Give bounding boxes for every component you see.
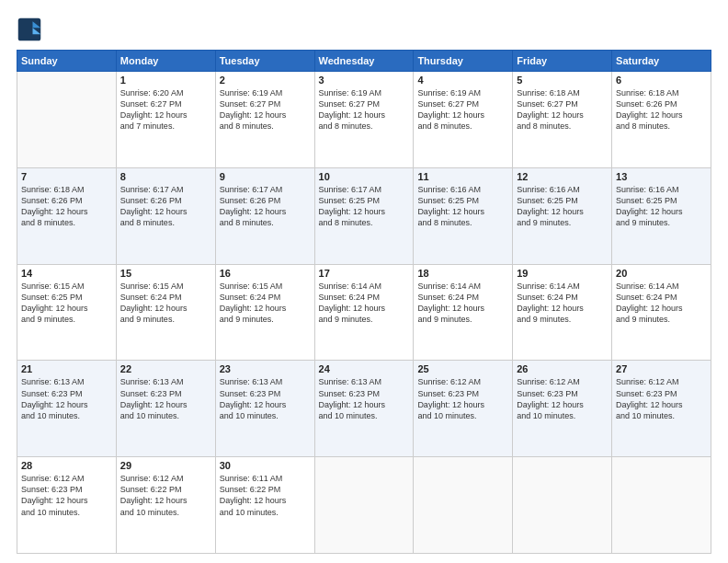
day-number: 1	[120, 75, 211, 86]
header	[17, 17, 711, 42]
day-number: 9	[220, 171, 311, 182]
calendar-cell: 12Sunrise: 6:16 AM Sunset: 6:25 PM Dayli…	[513, 167, 612, 264]
logo-icon	[17, 17, 42, 42]
day-info: Sunrise: 6:19 AM Sunset: 6:27 PM Dayligh…	[319, 87, 410, 132]
calendar-week-row: 21Sunrise: 6:13 AM Sunset: 6:23 PM Dayli…	[17, 361, 711, 457]
day-info: Sunrise: 6:14 AM Sunset: 6:24 PM Dayligh…	[616, 281, 707, 326]
calendar-cell: 20Sunrise: 6:14 AM Sunset: 6:24 PM Dayli…	[612, 264, 711, 361]
day-info: Sunrise: 6:15 AM Sunset: 6:24 PM Dayligh…	[220, 281, 311, 326]
day-number: 14	[21, 268, 112, 279]
day-header-wednesday: Wednesday	[314, 51, 414, 72]
day-info: Sunrise: 6:13 AM Sunset: 6:23 PM Dayligh…	[21, 376, 112, 421]
calendar-cell: 24Sunrise: 6:13 AM Sunset: 6:23 PM Dayli…	[314, 361, 414, 457]
calendar-cell: 5Sunrise: 6:18 AM Sunset: 6:27 PM Daylig…	[513, 72, 612, 168]
calendar-cell: 15Sunrise: 6:15 AM Sunset: 6:24 PM Dayli…	[116, 264, 215, 361]
day-info: Sunrise: 6:15 AM Sunset: 6:24 PM Dayligh…	[120, 281, 211, 326]
calendar-cell: 7Sunrise: 6:18 AM Sunset: 6:26 PM Daylig…	[17, 167, 117, 264]
day-header-tuesday: Tuesday	[215, 51, 314, 72]
calendar-cell: 18Sunrise: 6:14 AM Sunset: 6:24 PM Dayli…	[414, 264, 513, 361]
calendar-cell: 25Sunrise: 6:12 AM Sunset: 6:23 PM Dayli…	[414, 361, 513, 457]
day-number: 12	[517, 171, 608, 182]
calendar-cell: 6Sunrise: 6:18 AM Sunset: 6:26 PM Daylig…	[612, 72, 711, 168]
day-info: Sunrise: 6:12 AM Sunset: 6:23 PM Dayligh…	[616, 376, 707, 421]
day-info: Sunrise: 6:19 AM Sunset: 6:27 PM Dayligh…	[417, 87, 508, 132]
calendar-cell: 11Sunrise: 6:16 AM Sunset: 6:25 PM Dayli…	[414, 167, 513, 264]
calendar-cell: 1Sunrise: 6:20 AM Sunset: 6:27 PM Daylig…	[116, 72, 215, 168]
day-header-saturday: Saturday	[612, 51, 711, 72]
day-info: Sunrise: 6:11 AM Sunset: 6:22 PM Dayligh…	[220, 473, 311, 518]
day-number: 26	[517, 363, 608, 374]
logo	[17, 17, 46, 42]
day-info: Sunrise: 6:15 AM Sunset: 6:25 PM Dayligh…	[21, 281, 112, 326]
day-info: Sunrise: 6:13 AM Sunset: 6:23 PM Dayligh…	[220, 376, 311, 421]
calendar-cell: 30Sunrise: 6:11 AM Sunset: 6:22 PM Dayli…	[215, 457, 314, 554]
calendar-cell: 21Sunrise: 6:13 AM Sunset: 6:23 PM Dayli…	[17, 361, 117, 457]
day-header-sunday: Sunday	[17, 51, 117, 72]
day-info: Sunrise: 6:16 AM Sunset: 6:25 PM Dayligh…	[517, 184, 608, 229]
calendar-cell: 3Sunrise: 6:19 AM Sunset: 6:27 PM Daylig…	[314, 72, 414, 168]
day-info: Sunrise: 6:12 AM Sunset: 6:23 PM Dayligh…	[417, 376, 508, 421]
day-header-thursday: Thursday	[414, 51, 513, 72]
day-number: 2	[220, 75, 311, 86]
calendar-cell: 19Sunrise: 6:14 AM Sunset: 6:24 PM Dayli…	[513, 264, 612, 361]
calendar-cell	[414, 457, 513, 554]
calendar-cell: 16Sunrise: 6:15 AM Sunset: 6:24 PM Dayli…	[215, 264, 314, 361]
calendar-cell: 2Sunrise: 6:19 AM Sunset: 6:27 PM Daylig…	[215, 72, 314, 168]
calendar-cell: 27Sunrise: 6:12 AM Sunset: 6:23 PM Dayli…	[612, 361, 711, 457]
day-info: Sunrise: 6:18 AM Sunset: 6:27 PM Dayligh…	[517, 87, 608, 132]
calendar-cell: 9Sunrise: 6:17 AM Sunset: 6:26 PM Daylig…	[215, 167, 314, 264]
day-info: Sunrise: 6:13 AM Sunset: 6:23 PM Dayligh…	[120, 376, 211, 421]
day-number: 17	[319, 268, 410, 279]
day-info: Sunrise: 6:13 AM Sunset: 6:23 PM Dayligh…	[319, 376, 410, 421]
day-info: Sunrise: 6:17 AM Sunset: 6:26 PM Dayligh…	[220, 184, 311, 229]
calendar-cell: 8Sunrise: 6:17 AM Sunset: 6:26 PM Daylig…	[116, 167, 215, 264]
day-number: 18	[417, 268, 508, 279]
day-info: Sunrise: 6:12 AM Sunset: 6:23 PM Dayligh…	[21, 473, 112, 518]
day-info: Sunrise: 6:12 AM Sunset: 6:22 PM Dayligh…	[120, 473, 211, 518]
day-number: 29	[120, 460, 211, 471]
day-header-monday: Monday	[116, 51, 215, 72]
calendar-week-row: 28Sunrise: 6:12 AM Sunset: 6:23 PM Dayli…	[17, 457, 711, 554]
svg-rect-0	[18, 18, 41, 41]
day-number: 20	[616, 268, 707, 279]
day-number: 13	[616, 171, 707, 182]
day-number: 27	[616, 363, 707, 374]
calendar-cell	[17, 72, 117, 168]
calendar-cell: 10Sunrise: 6:17 AM Sunset: 6:25 PM Dayli…	[314, 167, 414, 264]
day-info: Sunrise: 6:14 AM Sunset: 6:24 PM Dayligh…	[517, 281, 608, 326]
day-number: 28	[21, 460, 112, 471]
calendar-header-row: SundayMondayTuesdayWednesdayThursdayFrid…	[17, 51, 711, 72]
calendar-cell: 17Sunrise: 6:14 AM Sunset: 6:24 PM Dayli…	[314, 264, 414, 361]
calendar-week-row: 14Sunrise: 6:15 AM Sunset: 6:25 PM Dayli…	[17, 264, 711, 361]
calendar-cell: 28Sunrise: 6:12 AM Sunset: 6:23 PM Dayli…	[17, 457, 117, 554]
page: SundayMondayTuesdayWednesdayThursdayFrid…	[0, 0, 728, 563]
day-info: Sunrise: 6:19 AM Sunset: 6:27 PM Dayligh…	[220, 87, 311, 132]
calendar-cell: 22Sunrise: 6:13 AM Sunset: 6:23 PM Dayli…	[116, 361, 215, 457]
day-number: 5	[517, 75, 608, 86]
calendar-cell	[314, 457, 414, 554]
day-number: 30	[220, 460, 311, 471]
day-number: 6	[616, 75, 707, 86]
calendar-cell	[513, 457, 612, 554]
calendar-cell: 14Sunrise: 6:15 AM Sunset: 6:25 PM Dayli…	[17, 264, 117, 361]
calendar-cell	[612, 457, 711, 554]
day-info: Sunrise: 6:14 AM Sunset: 6:24 PM Dayligh…	[319, 281, 410, 326]
day-number: 8	[120, 171, 211, 182]
day-number: 22	[120, 363, 211, 374]
day-info: Sunrise: 6:17 AM Sunset: 6:25 PM Dayligh…	[319, 184, 410, 229]
calendar-cell: 13Sunrise: 6:16 AM Sunset: 6:25 PM Dayli…	[612, 167, 711, 264]
day-info: Sunrise: 6:20 AM Sunset: 6:27 PM Dayligh…	[120, 87, 211, 132]
calendar-cell: 29Sunrise: 6:12 AM Sunset: 6:22 PM Dayli…	[116, 457, 215, 554]
calendar-cell: 23Sunrise: 6:13 AM Sunset: 6:23 PM Dayli…	[215, 361, 314, 457]
day-info: Sunrise: 6:14 AM Sunset: 6:24 PM Dayligh…	[417, 281, 508, 326]
calendar-cell: 4Sunrise: 6:19 AM Sunset: 6:27 PM Daylig…	[414, 72, 513, 168]
day-number: 7	[21, 171, 112, 182]
day-number: 21	[21, 363, 112, 374]
day-number: 19	[517, 268, 608, 279]
day-info: Sunrise: 6:18 AM Sunset: 6:26 PM Dayligh…	[21, 184, 112, 229]
day-number: 10	[319, 171, 410, 182]
calendar-week-row: 1Sunrise: 6:20 AM Sunset: 6:27 PM Daylig…	[17, 72, 711, 168]
calendar-table: SundayMondayTuesdayWednesdayThursdayFrid…	[17, 50, 711, 554]
day-header-friday: Friday	[513, 51, 612, 72]
day-number: 23	[220, 363, 311, 374]
